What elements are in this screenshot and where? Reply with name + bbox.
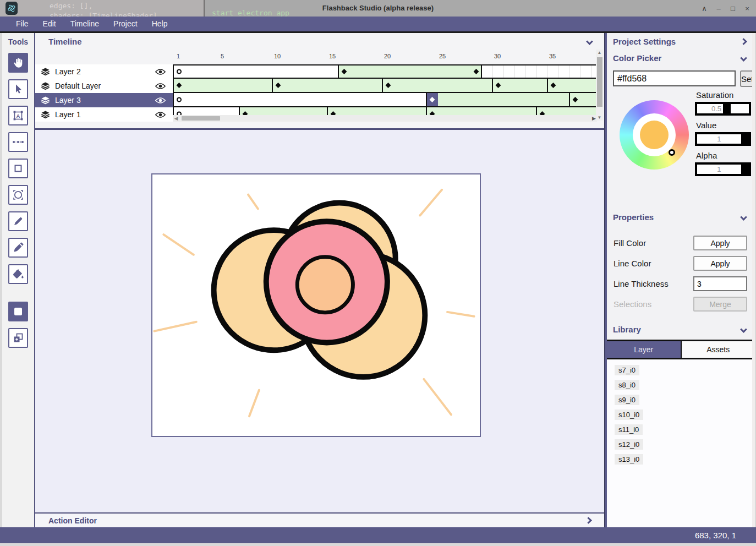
pencil-tool-button[interactable] <box>8 211 28 231</box>
menu-item-edit[interactable]: Edit <box>36 17 63 31</box>
close-window-icon[interactable]: × <box>743 4 752 13</box>
library-item[interactable]: s7_i0 <box>615 365 639 375</box>
property-row: Line Thickness <box>607 274 755 294</box>
keyframe-span[interactable] <box>273 79 383 92</box>
keyframe-span[interactable] <box>339 65 482 78</box>
timeline-track[interactable] <box>174 79 597 93</box>
pencil-tool-icon <box>12 215 25 228</box>
apply-fill-color-button[interactable]: Apply <box>693 236 747 250</box>
library-item[interactable]: s10_i0 <box>615 410 643 420</box>
library-tab-layer[interactable]: Layer <box>607 341 681 358</box>
slider-handle[interactable] <box>741 134 749 144</box>
ellipse-select-icon <box>12 188 25 201</box>
hand-tool-button[interactable] <box>8 53 28 73</box>
keyframe-span[interactable] <box>438 93 570 106</box>
right-panel: Project Settings Color Picker Set Satura… <box>604 33 755 527</box>
project-settings-header[interactable]: Project Settings <box>607 33 755 50</box>
menu-item-help[interactable]: Help <box>145 17 175 31</box>
slider-handle[interactable] <box>741 165 749 174</box>
library-collapse-chevron-icon[interactable] <box>740 326 747 333</box>
properties-header[interactable]: Properties <box>607 209 755 225</box>
layer-row[interactable]: Default Layer <box>35 79 173 93</box>
line-thickness-input[interactable] <box>693 276 747 291</box>
keyframe-span[interactable] <box>482 65 597 78</box>
saturation-slider[interactable]: 0.5 <box>695 102 751 116</box>
pen-tool-icon <box>12 241 25 254</box>
project-settings-expand-chevron-icon[interactable] <box>740 38 747 45</box>
horizontal-scroll-thumb[interactable] <box>182 116 220 121</box>
color-picker-header[interactable]: Color Picker <box>607 50 755 66</box>
timeline-track[interactable] <box>174 93 597 107</box>
timeline-horizontal-scrollbar[interactable]: ◀ ▶ <box>173 115 597 122</box>
duplicate-button[interactable] <box>8 328 28 348</box>
layer-row[interactable]: Layer 2 <box>35 64 173 79</box>
minimize-window-icon[interactable]: – <box>714 4 723 13</box>
library-item[interactable]: s9_i0 <box>615 395 639 405</box>
menu-item-project[interactable]: Project <box>106 17 145 31</box>
scroll-right-icon[interactable]: ▶ <box>592 116 596 121</box>
pen-tool-button[interactable] <box>8 238 28 258</box>
keyframe-span[interactable] <box>174 65 339 78</box>
hue-marker[interactable] <box>669 149 675 156</box>
hollow-keyframe-marker[interactable] <box>177 69 182 74</box>
timeline-tracks[interactable] <box>173 64 597 122</box>
value-slider[interactable]: 1 <box>695 132 751 146</box>
select-cursor-button[interactable] <box>8 79 28 99</box>
library-header[interactable]: Library <box>607 321 755 337</box>
shade-window-icon[interactable]: ∧ <box>700 4 709 13</box>
color-picker-title: Color Picker <box>613 53 661 63</box>
transform-text-button[interactable]: A <box>8 106 28 125</box>
slider-label-value: Value <box>696 121 751 130</box>
rectangle-tool-icon <box>12 162 25 175</box>
vertical-scroll-thumb[interactable] <box>597 57 602 107</box>
hue-color-wheel[interactable] <box>620 100 689 170</box>
layer-visibility-eye-icon[interactable] <box>155 83 166 90</box>
library-tab-assets[interactable]: Assets <box>681 341 755 358</box>
layer-visibility-eye-icon[interactable] <box>155 68 166 75</box>
hex-color-input[interactable] <box>613 70 736 86</box>
alpha-slider[interactable]: 1 <box>695 162 751 176</box>
drawing-canvas[interactable] <box>151 173 481 437</box>
scroll-down-icon[interactable]: ▼ <box>596 115 603 120</box>
transform-text-icon: A <box>12 109 25 122</box>
layers-stack-icon <box>40 67 51 77</box>
fill-bucket-button[interactable] <box>8 264 28 284</box>
library-item[interactable]: s8_i0 <box>615 380 639 390</box>
apply-line-color-button[interactable]: Apply <box>693 256 747 271</box>
timeline-track[interactable] <box>174 64 597 79</box>
scroll-left-icon[interactable]: ◀ <box>173 116 179 121</box>
layer-row[interactable]: Layer 3 <box>35 93 173 107</box>
hollow-keyframe-marker[interactable] <box>177 97 182 102</box>
menu-item-file[interactable]: File <box>9 17 36 31</box>
timeline-collapse-chevron-icon[interactable] <box>586 38 593 45</box>
library-item[interactable]: s13_i0 <box>615 454 643 465</box>
properties-title: Properties <box>613 212 654 222</box>
slider-handle[interactable] <box>723 104 731 113</box>
scroll-up-icon[interactable]: ▲ <box>596 50 603 55</box>
keyframe-span[interactable] <box>174 79 273 92</box>
color-picker-collapse-chevron-icon[interactable] <box>740 54 747 62</box>
color-swatch-button[interactable] <box>8 302 28 321</box>
path-points-button[interactable] <box>8 132 28 152</box>
current-color-swatch <box>640 121 669 149</box>
library-item[interactable]: s11_i0 <box>615 424 643 435</box>
maximize-window-icon[interactable]: □ <box>728 4 737 13</box>
layer-visibility-eye-icon[interactable] <box>155 111 166 118</box>
action-editor-bar[interactable]: Action Editor <box>35 512 604 527</box>
timeline-ruler[interactable]: 15101520253035 <box>173 50 597 64</box>
properties-collapse-chevron-icon[interactable] <box>740 214 747 221</box>
action-editor-expand-chevron-icon[interactable] <box>585 517 592 524</box>
timeline-vertical-scrollbar[interactable]: ▲ ▼ <box>596 50 603 121</box>
layer-name: Default Layer <box>55 81 155 90</box>
layer-row[interactable]: Layer 1 <box>35 107 173 122</box>
cursor-coordinates: 683, 320, 1 <box>695 531 736 540</box>
menu-item-timeline[interactable]: Timeline <box>63 17 106 31</box>
library-item[interactable]: s12_i0 <box>615 439 643 450</box>
keyframe-span[interactable] <box>174 93 427 106</box>
keyframe-span[interactable] <box>493 79 548 92</box>
keyframe-span[interactable] <box>383 79 493 92</box>
layer-visibility-eye-icon[interactable] <box>155 97 166 104</box>
rectangle-tool-button[interactable] <box>8 159 28 178</box>
ellipse-select-button[interactable] <box>8 185 28 205</box>
color-swatch-icon <box>12 305 25 318</box>
